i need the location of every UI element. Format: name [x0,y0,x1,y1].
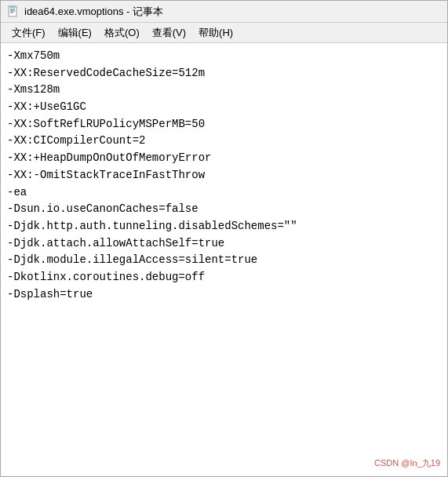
notepad-icon [7,5,20,18]
menu-edit[interactable]: 编辑(E) [52,24,98,42]
menu-bar: 文件(F) 编辑(E) 格式(O) 查看(V) 帮助(H) [1,23,447,43]
line-10: -Dsun.io.useCanonCaches=false [7,201,441,218]
line-8: -XX:-OmitStackTraceInFastThrow [7,167,441,184]
line-13: -Djdk.module.illegalAccess=silent=true [7,252,441,269]
menu-file[interactable]: 文件(F) [5,24,52,42]
line-6: -XX:CICompilerCount=2 [7,133,441,150]
line-12: -Djdk.attach.allowAttachSelf=true [7,235,441,253]
line-3: -Xms128m [7,82,441,99]
svg-rect-1 [10,5,15,8]
title-bar: idea64.exe.vmoptions - 记事本 [1,1,447,23]
menu-help[interactable]: 帮助(H) [192,24,239,42]
editor-area[interactable]: -Xmx750m-XX:ReservedCodeCacheSize=512m-X… [1,43,447,476]
line-4: -XX:+UseG1GC [7,99,441,116]
line-1: -Xmx750m [7,48,441,65]
line-9: -ea [7,184,441,202]
line-7: -XX:+HeapDumpOnOutOfMemoryError [7,150,441,167]
menu-format[interactable]: 格式(O) [98,24,146,42]
window-title: idea64.exe.vmoptions - 记事本 [24,5,163,19]
menu-view[interactable]: 查看(V) [146,24,192,42]
line-2: -XX:ReservedCodeCacheSize=512m [7,65,441,82]
line-15: -Dsplash=true [7,286,441,304]
line-14: -Dkotlinx.coroutines.debug=off [7,269,441,286]
line-11: -Djdk.http.auth.tunneling.disabledScheme… [7,218,441,235]
line-5: -XX:SoftRefLRUPolicyMSPerMB=50 [7,116,441,133]
